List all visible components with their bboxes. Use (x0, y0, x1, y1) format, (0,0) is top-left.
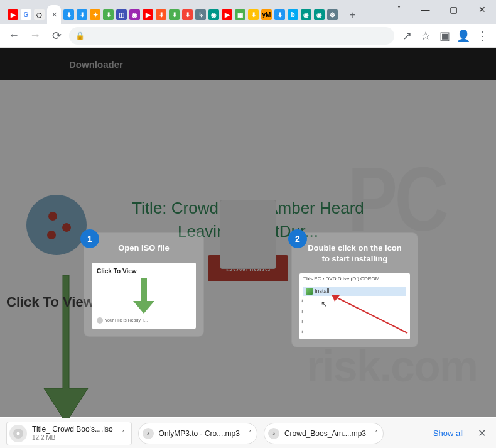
chevron-up-icon[interactable]: ˄ (375, 430, 378, 437)
step-badge: 2 (288, 229, 307, 248)
favicon[interactable]: ◉ (129, 9, 140, 20)
address-bar: ← → ⟳ 🔒 ↗ ☆ ▣ 👤 ⋮ (0, 24, 496, 48)
step-badge: 1 (80, 229, 99, 248)
active-tab[interactable]: ✕ (47, 5, 61, 24)
favicon[interactable]: ⬇ (169, 9, 180, 20)
close-window-button[interactable]: ✕ (468, 0, 496, 19)
arrow-down-icon (128, 277, 159, 315)
site-title: Downloader (69, 59, 123, 70)
favicon[interactable]: ▶ (143, 9, 153, 20)
new-tab-button[interactable]: + (344, 6, 362, 24)
favicon[interactable]: ▦ (235, 9, 245, 20)
card-title: Open ISO file (92, 241, 196, 256)
maximize-button[interactable]: ▢ (439, 0, 468, 19)
favicon[interactable]: ⬇ (103, 9, 114, 20)
favicon[interactable]: ⬇ (248, 9, 259, 20)
favicon[interactable]: ▶ (222, 9, 232, 20)
watermark: risk.com (306, 341, 477, 391)
favicon[interactable]: ◉ (208, 9, 219, 20)
thumb-label: Click To View (97, 268, 191, 275)
chevron-up-icon[interactable]: ˄ (122, 430, 125, 437)
disc-icon (9, 425, 27, 442)
side-marks: ⬇⬇⬇⬇ (301, 296, 308, 337)
red-arrow-icon (321, 290, 409, 334)
favicon[interactable]: b (288, 9, 298, 20)
music-icon: ♪ (143, 428, 154, 439)
favicon[interactable]: ⬇ (182, 9, 193, 20)
thumbnail-1: Click To View Your File Is Ready T... (92, 263, 196, 329)
download-name: OnlyMP3.to - Cro....mp3 (159, 429, 240, 438)
download-item-3[interactable]: ♪ Crowd_Boos_Am....mp3 ˄ (264, 423, 384, 444)
favicon[interactable]: ✦ (90, 9, 100, 20)
close-downloads-icon[interactable]: ✕ (474, 427, 490, 439)
card-title: Double click on the icon to start instal… (299, 241, 410, 267)
share-button[interactable]: ↗ (398, 27, 416, 45)
thumbnail-2: This PC › DVD Drive (D:) CDROM Install ↖… (299, 273, 410, 339)
instruction-card-1: 1 Open ISO file Click To View Your File … (84, 233, 203, 336)
svg-point-3 (47, 231, 56, 239)
breadcrumb: This PC › DVD Drive (D:) CDROM (303, 276, 406, 281)
close-tab-icon[interactable]: ✕ (51, 11, 57, 19)
tab-favicons: ▶ G ◌ ✕ ⬇ ⬇ ✦ ⬇ ◫ ◉ ▶ ⬇ ⬇ ⬇ ↳ ◉ ▶ ▦ ⬇ yM… (6, 5, 340, 24)
favicon[interactable]: ◫ (116, 9, 127, 20)
show-all-link[interactable]: Show all (433, 429, 464, 438)
chevron-up-icon[interactable]: ˄ (249, 430, 252, 437)
svg-point-0 (26, 195, 87, 255)
favicon[interactable]: ⬇ (63, 9, 74, 20)
window-controls: ˅ — ▢ ✕ (386, 0, 496, 19)
svg-line-4 (332, 295, 407, 333)
favicon[interactable]: ◉ (314, 9, 325, 20)
favicon-youtube[interactable]: ▶ (8, 9, 18, 20)
install-icon (306, 288, 313, 295)
lock-icon: 🔒 (75, 31, 85, 40)
download-name: Title_ Crowd Boo's....iso (32, 425, 113, 434)
instruction-card-2: 2 Double click on the icon to start inst… (292, 233, 418, 347)
back-button[interactable]: ← (5, 27, 23, 45)
download-name: Crowd_Boos_Am....mp3 (284, 429, 366, 438)
favicon-generic[interactable]: ◌ (34, 9, 45, 20)
music-icon: ♪ (268, 428, 279, 439)
tab-search-button[interactable]: ˅ (386, 0, 411, 19)
minimize-button[interactable]: — (411, 0, 439, 19)
site-header: Downloader (0, 48, 496, 80)
click-to-view-label: Click To View (6, 294, 94, 310)
favicon[interactable]: ⬇ (274, 9, 285, 20)
favicon-google[interactable]: G (21, 9, 31, 20)
favicon[interactable]: ◉ (301, 9, 311, 20)
svg-point-2 (62, 223, 71, 232)
favicon[interactable]: ↳ (195, 9, 206, 20)
svg-point-7 (17, 432, 20, 435)
reload-button[interactable]: ⟳ (48, 27, 65, 45)
favicon[interactable]: ⚙ (327, 9, 338, 20)
thumb-footer: Your File Is Ready T... (97, 317, 191, 324)
side-panel-button[interactable]: ▣ (436, 27, 453, 45)
download-size: 12.2 MB (32, 434, 113, 442)
page-content: Downloader PC risk.com Click To View Tit… (0, 48, 496, 417)
forward-button[interactable]: → (26, 27, 44, 45)
favicon[interactable]: yM (261, 9, 272, 20)
download-item-2[interactable]: ♪ OnlyMP3.to - Cro....mp3 ˄ (138, 423, 257, 444)
menu-button[interactable]: ⋮ (473, 27, 491, 45)
downloads-bar: Title_ Crowd Boo's....iso 12.2 MB ˄ ♪ On… (0, 418, 496, 448)
favicon[interactable]: ⬇ (77, 9, 87, 20)
svg-point-1 (48, 212, 57, 221)
bookmark-button[interactable]: ☆ (417, 27, 434, 45)
file-icon (220, 200, 276, 269)
profile-button[interactable]: 👤 (455, 27, 472, 45)
download-item-1[interactable]: Title_ Crowd Boo's....iso 12.2 MB ˄ (6, 422, 132, 445)
favicon[interactable]: ⬇ (156, 9, 166, 20)
omnibox[interactable]: 🔒 (69, 27, 394, 45)
